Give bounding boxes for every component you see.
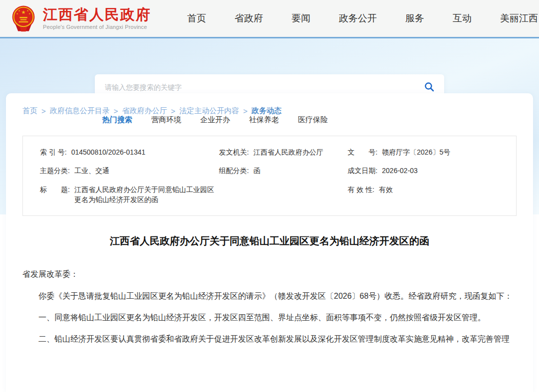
breadcrumb-statutory-disclosure[interactable]: 法定主动公开内容 bbox=[179, 106, 239, 116]
meta-theme-category-value: 工业、交通 bbox=[74, 166, 109, 176]
breadcrumb-separator: > bbox=[114, 107, 118, 115]
national-emblem-icon: ★ ★ ★ ★ ★ bbox=[10, 4, 37, 33]
breadcrumb: 首页 > 政府信息公开目录 > 省政府办公厅 > 法定主动公开内容 > 政务动态 bbox=[22, 106, 517, 116]
hot-search-item-social-security[interactable]: 社保养老 bbox=[249, 115, 279, 125]
svg-text:★: ★ bbox=[21, 9, 26, 15]
svg-text:★: ★ bbox=[18, 9, 20, 12]
article-paragraph-intro: 你委《关于恳请批复铅山工业园区更名为铅山经济开发区的请示》（赣发改开发区〔202… bbox=[22, 290, 517, 303]
main-nav: 首页 省政府 要闻 政务公开 服务 互动 美丽江西 bbox=[187, 12, 538, 25]
breadcrumb-separator: > bbox=[41, 107, 46, 115]
meta-document-number-label: 文 号: bbox=[347, 147, 377, 157]
svg-text:★: ★ bbox=[28, 12, 30, 15]
nav-item-provincial-govt[interactable]: 省政府 bbox=[235, 12, 263, 25]
meta-document-title-value: 江西省人民政府办公厅关于同意铅山工业园区更名为铅山经济开发区的函 bbox=[74, 185, 219, 205]
site-title-en: People's Government of Jiangxi Province bbox=[43, 24, 151, 30]
article-title: 江西省人民政府办公厅关于同意铅山工业园区更名为铅山经济开发区的函 bbox=[22, 234, 517, 248]
article-paragraph-item-2: 二、铅山经济开发区要认真贯彻省委和省政府关于促进开发区改革创新发展以及深化开发区… bbox=[22, 333, 517, 346]
site-header: ★ ★ ★ ★ ★ 江西省人民政府 People's Government of… bbox=[0, 0, 539, 38]
nav-item-home[interactable]: 首页 bbox=[187, 12, 206, 25]
hot-search-item-medical-insurance[interactable]: 医疗保险 bbox=[298, 115, 328, 125]
site-logo[interactable]: ★ ★ ★ ★ ★ 江西省人民政府 People's Government of… bbox=[10, 4, 151, 33]
article-paragraph-item-1: 一、同意将铅山工业园区更名为铅山经济开发区，开发区四至范围、界址点坐标、面积等事… bbox=[22, 311, 517, 324]
meta-issuing-agency-value: 江西省人民政府办公厅 bbox=[254, 147, 323, 157]
meta-document-number: 文 号: 赣府厅字〔2026〕5号 bbox=[347, 147, 499, 157]
search-icon bbox=[424, 82, 434, 93]
meta-index-number: 索 引 号: 014500810/2026-01341 bbox=[40, 147, 219, 157]
content-card: 首页 > 政府信息公开目录 > 省政府办公厅 > 法定主动公开内容 > 政务动态… bbox=[6, 93, 533, 392]
meta-issue-date-value: 2026-02-03 bbox=[382, 166, 418, 176]
breadcrumb-info-directory[interactable]: 政府信息公开目录 bbox=[50, 106, 110, 116]
hot-search-item-company-setup[interactable]: 企业开办 bbox=[200, 115, 230, 125]
search-input[interactable] bbox=[105, 83, 424, 91]
breadcrumb-general-office[interactable]: 省政府办公厅 bbox=[122, 106, 167, 116]
meta-theme-category-label: 主题分类: bbox=[40, 166, 70, 176]
meta-index-number-value: 014500810/2026-01341 bbox=[71, 147, 146, 157]
article-body: 省发展改革委： 你委《关于恳请批复铅山工业园区更名为铅山经济开发区的请示》（赣发… bbox=[22, 268, 517, 346]
nav-item-services[interactable]: 服务 bbox=[405, 12, 424, 25]
breadcrumb-current-page: 政务动态 bbox=[252, 106, 281, 116]
meta-issue-date: 成文日期: 2026-02-03 bbox=[347, 166, 499, 176]
meta-validity: 有 效 性: 有效 bbox=[347, 185, 499, 205]
meta-group-category-value: 函 bbox=[254, 166, 261, 176]
meta-issuing-agency: 发文机关: 江西省人民政府办公厅 bbox=[219, 147, 348, 157]
article-salutation: 省发展改革委： bbox=[22, 268, 517, 281]
site-title-block: 江西省人民政府 People's Government of Jiangxi P… bbox=[43, 7, 151, 30]
nav-item-news[interactable]: 要闻 bbox=[291, 12, 310, 25]
meta-theme-category: 主题分类: 工业、交通 bbox=[40, 166, 219, 176]
meta-issuing-agency-label: 发文机关: bbox=[219, 147, 249, 157]
search-button[interactable] bbox=[424, 82, 434, 93]
meta-validity-label: 有 效 性: bbox=[347, 185, 374, 195]
meta-issue-date-label: 成文日期: bbox=[347, 166, 377, 176]
meta-validity-value: 有效 bbox=[379, 185, 393, 195]
svg-text:★: ★ bbox=[16, 12, 18, 15]
breadcrumb-separator: > bbox=[243, 107, 248, 115]
hot-search-item-business-env[interactable]: 营商环境 bbox=[151, 115, 181, 125]
nav-item-govt-affairs[interactable]: 政务公开 bbox=[339, 12, 377, 25]
meta-group-category-label: 组配分类: bbox=[219, 166, 249, 176]
hot-search-label[interactable]: 热门搜索 bbox=[102, 115, 132, 125]
nav-item-interaction[interactable]: 互动 bbox=[453, 12, 472, 25]
meta-document-number-value: 赣府厅字〔2026〕5号 bbox=[382, 147, 450, 157]
meta-document-title: 标 题: 江西省人民政府办公厅关于同意铅山工业园区更名为铅山经济开发区的函 bbox=[40, 185, 219, 205]
breadcrumb-home[interactable]: 首页 bbox=[22, 106, 37, 116]
meta-document-title-label: 标 题: bbox=[40, 185, 70, 195]
svg-text:★: ★ bbox=[26, 9, 28, 12]
site-title: 江西省人民政府 bbox=[43, 7, 151, 23]
breadcrumb-separator: > bbox=[171, 107, 176, 115]
meta-index-number-label: 索 引 号: bbox=[40, 147, 67, 157]
meta-group-category: 组配分类: 函 bbox=[219, 166, 348, 176]
nav-item-beautiful-jiangxi[interactable]: 美丽江西 bbox=[500, 12, 538, 25]
document-meta-table: 索 引 号: 014500810/2026-01341 发文机关: 江西省人民政… bbox=[22, 136, 517, 216]
